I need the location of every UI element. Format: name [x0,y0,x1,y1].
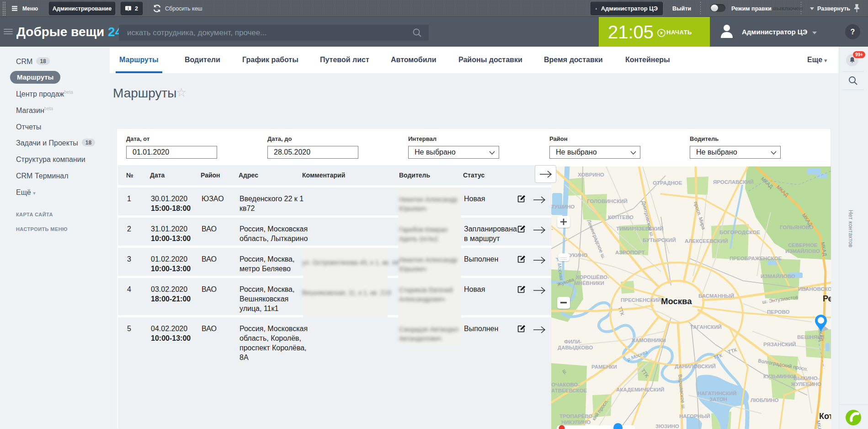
svg-text:ЗЮЗИНО: ЗЮЗИНО [655,424,679,429]
svg-text:ТАГАНСКИЙ: ТАГАНСКИЙ [690,324,722,330]
svg-text:-: - [551,226,553,231]
svg-text:ПЕРОВО: ПЕРОВО [767,309,789,315]
svg-text:ХОВРИНО: ХОВРИНО [578,172,604,177]
svg-text:РЯЗАНСКИЙ: РЯЗАНСКИЙ [763,342,796,347]
svg-text:Кот: Кот [819,412,831,421]
svg-text:ТУШИНО: ТУШИНО [551,204,575,209]
svg-text:ЛЮБЛИНО: ЛЮБЛИНО [751,397,779,403]
svg-text:НАГАТИНСКИЙ: НАГАТИНСКИЙ [698,391,737,396]
svg-text:АТВЕЕВСКОЕ: АТВЕЕВСКОЕ [551,388,587,393]
svg-text:ЗАТОН: ЗАТОН [709,397,727,402]
svg-text:ГОЛОВИНСКИЙ: ГОЛОВИНСКИЙ [587,198,628,204]
svg-text:ПРЕСНЕНСКИЙ: ПРЕСНЕНСКИЙ [621,297,661,303]
svg-text:Ре: Ре [823,294,831,303]
svg-text:ИЗМАЙЛОВО: ИЗМАЙЛОВО [785,248,820,254]
svg-text:Москва: Москва [661,296,692,306]
svg-text:ДАНИЛОВСКИЙ: ДАНИЛОВСКИЙ [675,364,716,369]
svg-text:ДАВЫДКОВО: ДАВЫДКОВО [558,345,593,350]
svg-text:КУЗЬМИНКИ: КУЗЬМИНКИ [763,374,796,379]
svg-text:ОЧАКОВО-: ОЧАКОВО- [551,382,580,387]
svg-text:ЖУЛЕБИНО: ЖУЛЕБИНО [790,381,821,387]
svg-text:ВЫХИНО-: ВЫХИНО- [793,375,820,381]
svg-text:ХАМОВНИКИ: ХАМОВНИКИ [632,338,666,343]
svg-text:БОГОРОДСКОЕ: БОГОРОДСКОЕ [719,230,760,235]
svg-text:КОПТЕВО: КОПТЕВО [608,214,634,220]
svg-text:АКАДЕМИЧЕСКИЙ: АКАДЕМИЧЕСКИЙ [616,387,664,392]
svg-text:ТРОПАРЁВО-: ТРОПАРЁВО- [559,413,594,419]
svg-text:ТИМИРЯЗЕВСКИЙ: ТИМИРЯЗЕВСКИЙ [616,226,663,231]
svg-text:ИВАНОВСКОЕ: ИВАНОВСКОЕ [798,286,831,292]
svg-text:ХОРОШЁВО-: ХОРОШЁВО- [576,274,609,280]
svg-text:АЭРОПОРТ: АЭРОПОРТ [615,250,644,255]
svg-text:ЯРОСЛАВСКИЙ: ЯРОСЛАВСКИЙ [713,179,754,185]
svg-text:ИЗМАЙЛОВО: ИЗМАЙЛОВО [761,273,795,279]
svg-text:НИКУЛИНО: НИКУЛИНО [561,419,591,425]
svg-text:РАМЕНКИ: РАМЕНКИ [591,364,617,370]
svg-text:МНЁВНИКИ: МНЁВНИКИ [574,280,604,286]
svg-text:БУТЫРСКИЙ: БУТЫРСКИЙ [643,237,676,243]
svg-text:ОТРАДНОЕ: ОТРАДНОЕ [653,180,682,186]
svg-text:АЛЕКСЕЕВСКИЙ: АЛЕКСЕЕВСКИЙ [685,238,728,244]
svg-text:СЕВЕРНОЕ: СЕВЕРНОЕ [788,242,818,248]
svg-text:НАГОРНЫЙ: НАГОРНЫЙ [679,413,710,419]
svg-text:ФИЛИ-: ФИЛИ- [564,339,581,344]
svg-text:БАСМАННЫЙ: БАСМАННЫЙ [698,293,734,299]
svg-text:ПРЕОБРАЖЕНСКОЕ: ПРЕОБРАЖЕНСКОЕ [730,256,782,261]
